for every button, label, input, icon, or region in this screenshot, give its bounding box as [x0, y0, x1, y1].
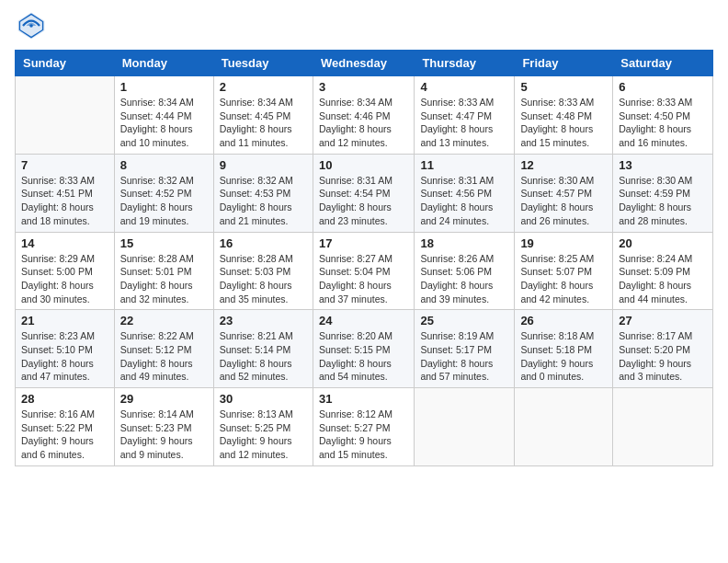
- day-cell: 3Sunrise: 8:34 AM Sunset: 4:46 PM Daylig…: [313, 76, 414, 155]
- day-number: 21: [21, 314, 108, 327]
- day-info: Sunrise: 8:25 AM Sunset: 5:07 PM Dayligh…: [520, 252, 607, 306]
- day-number: 28: [21, 392, 108, 406]
- svg-point-2: [29, 24, 33, 28]
- day-number: 16: [220, 236, 307, 250]
- day-info: Sunrise: 8:26 AM Sunset: 5:06 PM Dayligh…: [420, 252, 508, 306]
- week-row-3: 14Sunrise: 8:29 AM Sunset: 5:00 PM Dayli…: [16, 232, 713, 310]
- day-info: Sunrise: 8:23 AM Sunset: 5:10 PM Dayligh…: [21, 329, 108, 384]
- day-info: Sunrise: 8:19 AM Sunset: 5:17 PM Dayligh…: [420, 329, 508, 384]
- day-number: 19: [520, 236, 607, 250]
- day-cell: 26Sunrise: 8:18 AM Sunset: 5:18 PM Dayli…: [515, 310, 613, 388]
- day-info: Sunrise: 8:13 AM Sunset: 5:25 PM Dayligh…: [220, 408, 307, 462]
- day-number: 2: [220, 80, 307, 94]
- day-number: 15: [120, 236, 208, 250]
- day-cell: 9Sunrise: 8:32 AM Sunset: 4:53 PM Daylig…: [213, 154, 313, 232]
- day-info: Sunrise: 8:31 AM Sunset: 4:56 PM Dayligh…: [420, 174, 508, 228]
- day-info: Sunrise: 8:34 AM Sunset: 4:44 PM Dayligh…: [120, 96, 208, 150]
- day-cell: [613, 388, 713, 466]
- weekday-header-saturday: Saturday: [613, 51, 713, 76]
- day-info: Sunrise: 8:33 AM Sunset: 4:48 PM Dayligh…: [520, 96, 607, 150]
- day-number: 18: [420, 236, 508, 250]
- calendar-table: SundayMondayTuesdayWednesdayThursdayFrid…: [15, 50, 713, 466]
- day-number: 29: [120, 392, 208, 406]
- weekday-header-monday: Monday: [114, 51, 213, 76]
- day-cell: 13Sunrise: 8:30 AM Sunset: 4:59 PM Dayli…: [613, 154, 713, 232]
- day-number: 25: [420, 314, 508, 327]
- day-number: 30: [220, 392, 307, 406]
- day-cell: 20Sunrise: 8:24 AM Sunset: 5:09 PM Dayli…: [613, 232, 713, 310]
- day-info: Sunrise: 8:30 AM Sunset: 4:57 PM Dayligh…: [520, 174, 607, 228]
- day-info: Sunrise: 8:18 AM Sunset: 5:18 PM Dayligh…: [520, 329, 607, 384]
- weekday-header-wednesday: Wednesday: [313, 51, 414, 76]
- day-number: 27: [619, 314, 707, 327]
- day-cell: 5Sunrise: 8:33 AM Sunset: 4:48 PM Daylig…: [515, 76, 613, 155]
- day-cell: [415, 388, 515, 466]
- day-number: 10: [319, 158, 408, 172]
- header: [15, 9, 713, 42]
- day-info: Sunrise: 8:27 AM Sunset: 5:04 PM Dayligh…: [319, 252, 408, 306]
- day-info: Sunrise: 8:34 AM Sunset: 4:46 PM Dayligh…: [319, 96, 408, 150]
- day-cell: 25Sunrise: 8:19 AM Sunset: 5:17 PM Dayli…: [415, 310, 515, 388]
- week-row-1: 1Sunrise: 8:34 AM Sunset: 4:44 PM Daylig…: [16, 76, 713, 155]
- day-info: Sunrise: 8:14 AM Sunset: 5:23 PM Dayligh…: [120, 408, 208, 462]
- weekday-header-tuesday: Tuesday: [213, 51, 313, 76]
- day-info: Sunrise: 8:21 AM Sunset: 5:14 PM Dayligh…: [220, 329, 307, 384]
- day-cell: 31Sunrise: 8:12 AM Sunset: 5:27 PM Dayli…: [313, 388, 414, 466]
- day-cell: 21Sunrise: 8:23 AM Sunset: 5:10 PM Dayli…: [16, 310, 115, 388]
- day-cell: 4Sunrise: 8:33 AM Sunset: 4:47 PM Daylig…: [415, 76, 515, 155]
- day-number: 22: [120, 314, 208, 327]
- day-number: 3: [319, 80, 408, 94]
- weekday-header-friday: Friday: [515, 51, 613, 76]
- weekday-header-sunday: Sunday: [16, 51, 115, 76]
- weekday-header-thursday: Thursday: [415, 51, 515, 76]
- weekday-header-row: SundayMondayTuesdayWednesdayThursdayFrid…: [16, 51, 713, 76]
- day-info: Sunrise: 8:33 AM Sunset: 4:50 PM Dayligh…: [619, 96, 707, 150]
- day-cell: 17Sunrise: 8:27 AM Sunset: 5:04 PM Dayli…: [313, 232, 414, 310]
- day-number: 1: [120, 80, 208, 94]
- day-info: Sunrise: 8:32 AM Sunset: 4:52 PM Dayligh…: [120, 174, 208, 228]
- day-number: 24: [319, 314, 408, 327]
- day-info: Sunrise: 8:16 AM Sunset: 5:22 PM Dayligh…: [21, 408, 108, 462]
- day-cell: 11Sunrise: 8:31 AM Sunset: 4:56 PM Dayli…: [415, 154, 515, 232]
- day-info: Sunrise: 8:20 AM Sunset: 5:15 PM Dayligh…: [319, 329, 408, 384]
- day-info: Sunrise: 8:33 AM Sunset: 4:47 PM Dayligh…: [420, 96, 508, 150]
- day-info: Sunrise: 8:30 AM Sunset: 4:59 PM Dayligh…: [619, 174, 707, 228]
- page: SundayMondayTuesdayWednesdayThursdayFrid…: [0, 0, 728, 563]
- day-info: Sunrise: 8:22 AM Sunset: 5:12 PM Dayligh…: [120, 329, 208, 384]
- day-cell: 12Sunrise: 8:30 AM Sunset: 4:57 PM Dayli…: [515, 154, 613, 232]
- day-cell: 22Sunrise: 8:22 AM Sunset: 5:12 PM Dayli…: [114, 310, 213, 388]
- day-number: 7: [21, 158, 108, 172]
- logo: [15, 9, 51, 42]
- day-info: Sunrise: 8:31 AM Sunset: 4:54 PM Dayligh…: [319, 174, 408, 228]
- day-cell: 29Sunrise: 8:14 AM Sunset: 5:23 PM Dayli…: [114, 388, 213, 466]
- day-cell: 2Sunrise: 8:34 AM Sunset: 4:45 PM Daylig…: [213, 76, 313, 155]
- day-number: 20: [619, 236, 707, 250]
- day-cell: 19Sunrise: 8:25 AM Sunset: 5:07 PM Dayli…: [515, 232, 613, 310]
- logo-icon: [15, 9, 48, 42]
- day-cell: 14Sunrise: 8:29 AM Sunset: 5:00 PM Dayli…: [16, 232, 115, 310]
- day-number: 11: [420, 158, 508, 172]
- day-number: 8: [120, 158, 208, 172]
- day-number: 31: [319, 392, 408, 406]
- day-info: Sunrise: 8:28 AM Sunset: 5:03 PM Dayligh…: [220, 252, 307, 306]
- day-cell: 24Sunrise: 8:20 AM Sunset: 5:15 PM Dayli…: [313, 310, 414, 388]
- day-info: Sunrise: 8:34 AM Sunset: 4:45 PM Dayligh…: [220, 96, 307, 150]
- day-cell: 23Sunrise: 8:21 AM Sunset: 5:14 PM Dayli…: [213, 310, 313, 388]
- day-number: 6: [619, 80, 707, 94]
- week-row-2: 7Sunrise: 8:33 AM Sunset: 4:51 PM Daylig…: [16, 154, 713, 232]
- day-cell: 1Sunrise: 8:34 AM Sunset: 4:44 PM Daylig…: [114, 76, 213, 155]
- day-cell: [515, 388, 613, 466]
- day-cell: 8Sunrise: 8:32 AM Sunset: 4:52 PM Daylig…: [114, 154, 213, 232]
- day-cell: 6Sunrise: 8:33 AM Sunset: 4:50 PM Daylig…: [613, 76, 713, 155]
- day-info: Sunrise: 8:24 AM Sunset: 5:09 PM Dayligh…: [619, 252, 707, 306]
- day-info: Sunrise: 8:33 AM Sunset: 4:51 PM Dayligh…: [21, 174, 108, 228]
- day-info: Sunrise: 8:12 AM Sunset: 5:27 PM Dayligh…: [319, 408, 408, 462]
- day-number: 5: [520, 80, 607, 94]
- day-info: Sunrise: 8:32 AM Sunset: 4:53 PM Dayligh…: [220, 174, 307, 228]
- day-number: 26: [520, 314, 607, 327]
- day-number: 23: [220, 314, 307, 327]
- day-cell: 28Sunrise: 8:16 AM Sunset: 5:22 PM Dayli…: [16, 388, 115, 466]
- day-number: 12: [520, 158, 607, 172]
- week-row-5: 28Sunrise: 8:16 AM Sunset: 5:22 PM Dayli…: [16, 388, 713, 466]
- day-cell: 16Sunrise: 8:28 AM Sunset: 5:03 PM Dayli…: [213, 232, 313, 310]
